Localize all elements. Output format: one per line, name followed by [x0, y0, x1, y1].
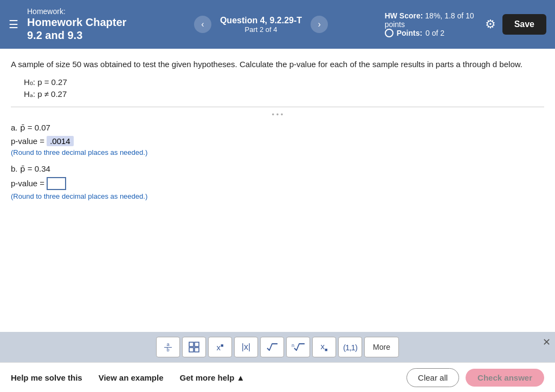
square-root-button[interactable] [260, 337, 284, 357]
part-b-pvalue-label: p-value = [11, 179, 44, 188]
svg-rect-0 [189, 342, 193, 347]
svg-text:n: n [292, 343, 294, 348]
view-example-link[interactable]: View an example [99, 373, 164, 382]
hypothesis-ha: Hₐ: p ≠ 0.27 [24, 89, 544, 99]
question-sub: Part 2 of 4 [220, 25, 302, 34]
matrix-icon [188, 341, 200, 353]
hw-score-line: HW Score: 18%, 1.8 of 10 [385, 11, 474, 20]
more-help-arrow-icon: ▲ [236, 373, 244, 382]
nth-root-button[interactable]: n [286, 337, 310, 357]
part-a-round-note: (Round to three decimal places as needed… [11, 148, 544, 156]
main-content: A sample of size 50 was obtained to test… [0, 49, 555, 330]
hw-score-unit: points [385, 20, 474, 29]
points-line: Points: 0 of 2 [385, 29, 474, 37]
question-info: Question 4, 9.2.29-T Part 2 of 4 [220, 16, 302, 34]
fraction-icon: a b [164, 342, 172, 352]
hypothesis-h0: H₀: p = 0.27 [24, 77, 544, 87]
interval-button[interactable]: (1,1) [338, 337, 362, 357]
subscript-icon: x■ [321, 342, 328, 352]
part-a-pvalue-answer: .0014 [47, 136, 74, 146]
more-button[interactable]: More [364, 337, 399, 357]
interval-icon: (1,1) [343, 343, 357, 352]
question-nav: ‹ Question 4, 9.2.29-T Part 2 of 4 › [137, 16, 384, 34]
subscript-button[interactable]: x■ [312, 337, 336, 357]
part-a-pvalue-row: p-value = .0014 [11, 136, 544, 146]
math-toolbar: ✕ a b x■ |x| n x■ [0, 332, 555, 362]
next-question-button[interactable]: › [311, 16, 328, 33]
prev-question-button[interactable]: ‹ [194, 16, 211, 33]
homework-chapter-title: Homework Chapter 9.2 and 9.3 [27, 16, 126, 42]
question-title: Question 4, 9.2.29-T [220, 16, 302, 25]
homework-label: Homework: [27, 7, 126, 16]
bottom-bar: Help me solve this View an example Get m… [0, 362, 555, 392]
divider [11, 107, 544, 107]
part-b-pvalue-row: p-value = [11, 177, 544, 190]
bottom-right-actions: Clear all Check answer [406, 368, 544, 387]
part-b-pvalue-input[interactable] [47, 177, 66, 190]
clear-all-button[interactable]: Clear all [406, 368, 459, 387]
problem-statement: A sample of size 50 was obtained to test… [11, 58, 544, 71]
absolute-value-icon: |x| [242, 342, 250, 352]
matrix-button[interactable] [182, 337, 206, 357]
toolbar-close-button[interactable]: ✕ [543, 336, 551, 348]
square-root-icon [266, 341, 279, 354]
svg-rect-3 [195, 348, 199, 352]
svg-rect-2 [189, 348, 193, 352]
fraction-button[interactable]: a b [156, 337, 180, 357]
superscript-icon: x■ [217, 343, 224, 352]
points-circle-icon [385, 29, 393, 37]
part-a-pvalue-label: p-value = [11, 136, 44, 146]
gear-icon[interactable]: ⚙ [485, 17, 496, 31]
part-b-label: b. p̄ = 0.34 [11, 164, 544, 174]
menu-icon[interactable]: ☰ [9, 18, 18, 31]
header: ☰ Homework: Homework Chapter 9.2 and 9.3… [0, 0, 555, 49]
superscript-button[interactable]: x■ [208, 337, 232, 357]
part-a-label: a. p̄ = 0.07 [11, 123, 544, 133]
save-button[interactable]: Save [502, 14, 546, 35]
help-solve-link[interactable]: Help me solve this [11, 373, 82, 382]
score-block: HW Score: 18%, 1.8 of 10 points Points: … [385, 11, 474, 37]
part-b-round-note: (Round to three decimal places as needed… [11, 192, 544, 200]
check-answer-button[interactable]: Check answer [466, 369, 544, 387]
svg-rect-1 [195, 342, 199, 347]
homework-title-block: Homework: Homework Chapter 9.2 and 9.3 [27, 7, 126, 42]
divider-dots: • • • [11, 110, 544, 119]
nth-root-icon: n [291, 341, 305, 354]
absolute-value-button[interactable]: |x| [234, 337, 258, 357]
get-more-help-link[interactable]: Get more help ▲ [180, 373, 245, 382]
